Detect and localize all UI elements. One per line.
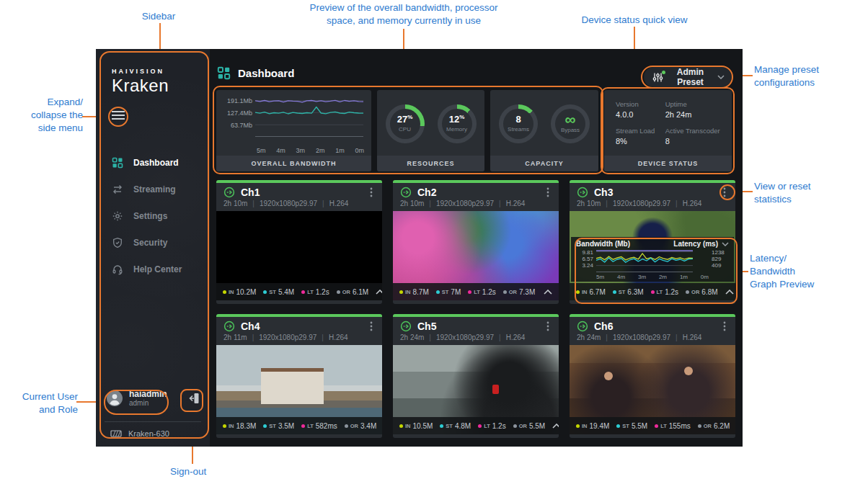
overlay-bandwidth-title: Bandwidth (Mb): [576, 240, 630, 248]
shield-icon: [112, 237, 123, 249]
stat-or: OR3.4M: [345, 422, 376, 430]
video-thumbnail[interactable]: IN10.2MST5.4MLT1.2sOR6.1M: [216, 211, 382, 300]
kebab-menu-icon[interactable]: [721, 187, 728, 198]
kebab-menu-icon[interactable]: [721, 321, 728, 332]
menu-toggle-button[interactable]: [111, 110, 125, 120]
channel-meta: 2h 10m|1920x1080p29.97|H.264: [216, 198, 382, 211]
device-field-uptime: Uptime2h 24m: [665, 100, 725, 119]
channel-card-ch1[interactable]: Ch1 2h 10m|1920x1080p29.97|H.264: [216, 180, 382, 304]
panel-footer: DEVICE STATUS: [604, 156, 732, 171]
annotation-sign-out: Sign-out: [170, 465, 235, 478]
video-thumbnail[interactable]: IN19.4MST5.5MLT155msOR6.2M: [570, 345, 735, 434]
stat-or: OR5.5M: [513, 422, 545, 430]
preset-button[interactable]: Admin Preset: [644, 67, 732, 87]
channel-name: Ch3: [594, 187, 613, 198]
page-title: Dashboard: [238, 67, 294, 79]
channel-name: Ch2: [417, 187, 436, 198]
stat-dot-lt-icon: [651, 290, 655, 294]
stat-lt: LT1.2s: [651, 288, 679, 296]
annotation-preview: Preview of the overall bandwidth, proces…: [281, 1, 526, 27]
channel-codec: H.264: [329, 333, 348, 341]
kebab-menu-icon[interactable]: [544, 321, 552, 332]
capacity-panel: 8 Streams ∞ Bypass CAPACITY: [490, 90, 598, 171]
grid-icon: [112, 157, 123, 169]
chevron-down-icon[interactable]: [722, 242, 729, 246]
gauge-streams: 8 Streams: [499, 104, 538, 143]
channel-card-ch2[interactable]: Ch2 2h 10m|1920x1080p29.97|H.264: [393, 180, 559, 304]
sign-out-button[interactable]: [187, 391, 201, 406]
channel-duration: 2h 11m: [223, 333, 247, 341]
sidebar-item-label: Settings: [133, 211, 167, 221]
sidebar-item-label: Security: [133, 238, 167, 248]
channel-codec: H.264: [506, 333, 526, 341]
channel-card-ch5[interactable]: Ch5 2h 24m|1920x1080p29.97|H.264: [393, 314, 559, 438]
stat-dot-in-icon: [223, 290, 226, 294]
channel-grid: Ch1 2h 10m|1920x1080p29.97|H.264: [216, 180, 735, 438]
overlay-right-axis: 1238829409: [712, 249, 729, 273]
device-field-stream-load: Stream Load8%: [616, 127, 665, 146]
channel-card-ch4[interactable]: Ch4 2h 11m|1920x1080p29.97|H.264: [216, 314, 382, 438]
kebab-menu-icon[interactable]: [544, 187, 552, 198]
stat-st: ST4.8M: [440, 422, 471, 430]
stat-in: IN8.7M: [399, 288, 429, 296]
divider: [105, 421, 201, 422]
annotation-view-reset: View or reset statistics: [754, 180, 848, 206]
stat-st: ST6.3M: [613, 288, 644, 296]
annotation-current-user: Current User and Role: [4, 390, 78, 416]
stat-lt: LT1.2s: [301, 288, 329, 296]
chevron-up-icon[interactable]: [376, 290, 382, 295]
stat-dot-or-icon: [513, 424, 517, 428]
chevron-down-icon: [717, 75, 725, 79]
current-user[interactable]: haiadmin admin: [106, 389, 167, 408]
channel-resolution: 1920x1080p29.97: [436, 200, 494, 207]
channel-stats-bar: IN10.2MST5.4MLT1.2sOR6.1M: [216, 283, 382, 300]
bandwidth-x-axis: 5m4m3m2m1m0m: [255, 146, 366, 156]
kebab-menu-icon[interactable]: [368, 187, 375, 198]
channel-card-ch6[interactable]: Ch6 2h 24m|1920x1080p29.97|H.264: [570, 314, 735, 438]
streaming-status-icon: [223, 321, 235, 332]
stat-dot-or-icon: [503, 290, 507, 294]
sidebar-nav: DashboardStreamingSettingsSecurityHelp C…: [96, 149, 210, 282]
video-thumbnail[interactable]: IN18.3MST3.5MLT582msOR3.4M: [216, 345, 382, 434]
stat-lt: LT582ms: [301, 422, 337, 430]
streaming-status-icon: [223, 187, 235, 198]
video-thumbnail[interactable]: Bandwidth (Mb) Latency (ms) 9.816.573.24…: [570, 211, 735, 300]
video-thumbnail[interactable]: IN8.7MST7MLT1.2sOR7.3M: [393, 211, 559, 300]
sidebar-item-streaming[interactable]: Streaming: [96, 176, 210, 202]
kebab-menu-icon[interactable]: [368, 321, 375, 332]
channel-codec: H.264: [683, 200, 702, 207]
overlay-chart: [596, 249, 709, 272]
stat-dot-st-icon: [263, 290, 267, 294]
annotation-sidebar: Sidebar: [115, 10, 202, 23]
device-field-version: Version4.0.0: [616, 100, 665, 119]
resources-gauges: 27% CPU 12% Memory: [377, 90, 484, 156]
stat-in: IN10.5M: [399, 422, 433, 430]
stat-st: ST7M: [436, 288, 461, 296]
stat-dot-or-icon: [686, 290, 689, 294]
dashboard-icon: [217, 66, 231, 80]
overall-bandwidth-panel: 191.1Mb127.4Mb63.7Mb 5m4m3m2m1m0m OVERAL…: [216, 90, 371, 171]
annotation-expand-collapse: Expand/ collapse the side menu: [9, 96, 83, 134]
sidebar-item-help-center[interactable]: Help Center: [96, 256, 210, 282]
stat-dot-lt-icon: [468, 290, 471, 294]
sidebar-item-security[interactable]: Security: [96, 229, 210, 256]
stat-dot-or-icon: [698, 424, 701, 428]
channel-codec: H.264: [683, 333, 702, 341]
sidebar-item-dashboard[interactable]: Dashboard: [96, 149, 210, 176]
channel-card-ch3[interactable]: Ch3 2h 10m|1920x1080p29.97|H.264 Bandwid…: [570, 180, 735, 304]
stat-dot-st-icon: [440, 424, 443, 428]
sidebar-item-label: Streaming: [133, 184, 176, 194]
stat-lt: LT1.2s: [468, 288, 496, 296]
connector-line: [159, 23, 161, 51]
stat-dot-st-icon: [263, 424, 267, 428]
chevron-up-icon[interactable]: [544, 290, 552, 295]
chevron-up-icon[interactable]: [725, 290, 734, 295]
video-thumbnail[interactable]: IN10.5MST4.8MLT1.2sOR5.5M: [393, 345, 559, 434]
channel-duration: 2h 10m: [223, 200, 247, 207]
channel-meta: 2h 10m|1920x1080p29.97|H.264: [393, 198, 559, 211]
channel-codec: H.264: [506, 200, 526, 207]
chevron-up-icon[interactable]: [552, 424, 559, 429]
gauge-bypass: ∞ Bypass: [551, 104, 590, 143]
panel-footer: RESOURCES: [377, 156, 484, 171]
sidebar-item-settings[interactable]: Settings: [96, 202, 210, 229]
